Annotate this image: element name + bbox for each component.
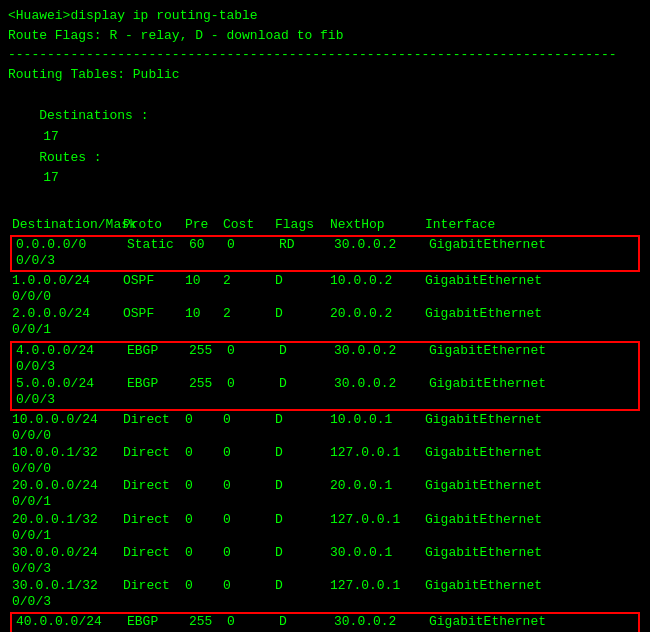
table-row: 40.0.0.0/24 EBGP 255 0 D 30.0.0.2 Gigabi… [12,614,638,629]
route-suffix: 0/0/3 [8,560,642,578]
table-row: 20.0.0.0/24 Direct 0 0 D 20.0.0.1 Gigabi… [8,478,642,493]
table-row: 30.0.0.0/24 Direct 0 0 D 30.0.0.1 Gigabi… [8,545,642,560]
table-row: 1.0.0.0/24 OSPF 10 2 D 10.0.0.2 GigabitE… [8,273,642,288]
terminal-window: <Huawei>display ip routing-table Route F… [8,6,642,210]
table-header: Destination/Mask Proto Pre Cost Flags Ne… [8,216,642,233]
route-suffix: 0/0/0 [8,288,642,306]
route-suffix: 0/0/3 [8,593,642,611]
route-suffix: 0/0/3 [12,358,638,376]
route-suffix: 0/0/0 [8,427,642,445]
route-suffix: 0/0/0 [8,460,642,478]
routes-label: Routes : [39,150,101,165]
table-row: 2.0.0.0/24 OSPF 10 2 D 20.0.0.2 GigabitE… [8,306,642,321]
destinations-label: Destinations : [39,108,148,123]
table-row: 10.0.0.0/24 Direct 0 0 D 10.0.0.1 Gigabi… [8,412,642,427]
table-row: 20.0.0.1/32 Direct 0 0 D 127.0.0.1 Gigab… [8,512,642,527]
route-suffix: 0/0/1 [8,493,642,511]
highlighted-group: 4.0.0.0/24 EBGP 255 0 D 30.0.0.2 Gigabit… [10,341,640,411]
route-suffix: 0/0/3 [12,391,638,409]
routing-tables-label: Routing Tables: Public [8,65,642,86]
destinations-info: Destinations : 17 Routes : 17 [8,85,642,210]
route-suffix: 0/0/1 [8,321,642,339]
route-suffix: 0/0/3 [12,252,638,270]
flags-line: Route Flags: R - relay, D - download to … [8,26,642,46]
table-row: 0.0.0.0/0 Static 60 0 RD 30.0.0.2 Gigabi… [12,237,638,252]
destinations-value: 17 [39,129,79,144]
separator: ----------------------------------------… [8,45,642,65]
table-row: 10.0.0.1/32 Direct 0 0 D 127.0.0.1 Gigab… [8,445,642,460]
route-suffix: 0/0/1 [8,527,642,545]
routes-value: 17 [39,170,59,185]
highlighted-group: 40.0.0.0/24 EBGP 255 0 D 30.0.0.2 Gigabi… [10,612,640,632]
command-line: <Huawei>display ip routing-table [8,6,642,26]
highlighted-group: 0.0.0.0/0 Static 60 0 RD 30.0.0.2 Gigabi… [10,235,640,272]
table-row: 5.0.0.0/24 EBGP 255 0 D 30.0.0.2 Gigabit… [12,376,638,391]
table-row: 4.0.0.0/24 EBGP 255 0 D 30.0.0.2 Gigabit… [12,343,638,358]
table-row: 30.0.0.1/32 Direct 0 0 D 127.0.0.1 Gigab… [8,578,642,593]
